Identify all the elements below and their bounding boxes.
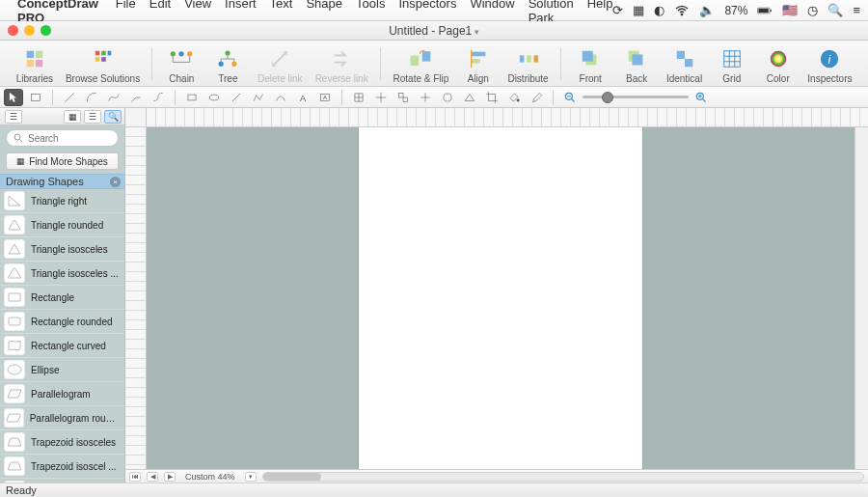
grid-button[interactable]: Grid bbox=[716, 46, 748, 84]
text-block-tool-button[interactable]: A bbox=[315, 89, 335, 106]
line-shape-button[interactable] bbox=[227, 89, 246, 106]
shape-item[interactable]: Trapezoid isosceles bbox=[0, 430, 124, 455]
svg-point-16 bbox=[226, 50, 231, 55]
prev-page-button[interactable]: ◀ bbox=[147, 472, 158, 482]
shape-item-label: Triangle isosceles bbox=[31, 244, 108, 255]
horizontal-scrollbar[interactable] bbox=[262, 472, 864, 482]
identical-button[interactable]: Identical bbox=[666, 46, 702, 84]
distribute-button[interactable]: Distribute bbox=[508, 46, 548, 84]
zoom-readout[interactable]: Custom 44% bbox=[181, 472, 239, 482]
inspectors-button[interactable]: i Inspectors bbox=[808, 46, 852, 84]
smart-connector-tool-button[interactable] bbox=[149, 89, 168, 106]
volume-icon[interactable]: 🔈 bbox=[699, 3, 715, 17]
shape-item[interactable]: Parallelogram rounded bbox=[0, 406, 124, 430]
find-more-shapes-icon: ▦ bbox=[16, 156, 25, 166]
connector-tool-button[interactable] bbox=[126, 89, 146, 106]
rect-tool-button[interactable] bbox=[26, 89, 45, 106]
tool-extra-2-button[interactable] bbox=[438, 89, 457, 106]
close-panel-icon[interactable]: × bbox=[110, 177, 121, 187]
next-page-button[interactable]: ▶ bbox=[164, 472, 176, 482]
grid-tray-icon[interactable]: ▦ bbox=[633, 3, 644, 17]
ruler-vertical[interactable] bbox=[125, 127, 147, 469]
shape-item[interactable]: Triangle rounded bbox=[0, 213, 124, 237]
snap-to-grid-button[interactable] bbox=[349, 89, 368, 106]
crop-tool-button[interactable] bbox=[482, 89, 502, 106]
shape-item[interactable]: Rectangle bbox=[0, 286, 124, 310]
spline-tool-button[interactable] bbox=[104, 89, 123, 106]
ruler-horizontal[interactable] bbox=[147, 108, 868, 127]
brush-tool-button[interactable] bbox=[527, 89, 546, 106]
search-input[interactable] bbox=[6, 129, 119, 147]
shape-item[interactable]: Triangle right bbox=[0, 189, 124, 213]
paint-bucket-button[interactable] bbox=[504, 89, 524, 106]
sidebar-list-view-button[interactable]: ☰ bbox=[84, 110, 101, 124]
sidebar-search-view-button[interactable]: 🔍 bbox=[104, 110, 122, 124]
shape-item[interactable]: Diamond bbox=[0, 479, 124, 483]
bezier-shape-button[interactable] bbox=[271, 89, 290, 106]
zoom-slider[interactable] bbox=[583, 96, 689, 98]
reverse-link-button[interactable]: Reverse link bbox=[315, 46, 367, 84]
first-page-button[interactable]: ⏮ bbox=[129, 472, 141, 482]
shape-thumb-icon bbox=[4, 336, 25, 355]
menu-extras-icon[interactable]: ≡ bbox=[853, 3, 860, 17]
front-button[interactable]: Front bbox=[574, 46, 607, 84]
shape-item-label: Trapezoid isosceles bbox=[31, 437, 116, 448]
sidebar-outline-button[interactable]: ☰ bbox=[5, 110, 22, 124]
snap-to-object-button[interactable] bbox=[393, 89, 413, 106]
color-button[interactable]: Color bbox=[762, 46, 795, 84]
tray-icon[interactable]: ◐ bbox=[654, 3, 665, 17]
sidebar-grid-view-button[interactable]: ▦ bbox=[64, 110, 81, 124]
delete-link-button[interactable]: Delete link bbox=[258, 46, 302, 84]
shapes-panel-header[interactable]: Drawing Shapes × bbox=[0, 174, 124, 189]
shape-item[interactable]: Triangle isosceles ... bbox=[0, 262, 124, 286]
line-tool-button[interactable] bbox=[60, 89, 79, 106]
polyline-shape-button[interactable] bbox=[249, 89, 268, 106]
shape-item-label: Rectangle bbox=[31, 292, 74, 303]
arc-tool-button[interactable] bbox=[82, 89, 101, 106]
flag-icon[interactable]: 🇺🇸 bbox=[782, 3, 798, 17]
main-toolbar: Libraries Browse Solutions Chain Tree De… bbox=[0, 41, 868, 87]
shape-item[interactable]: Trapezoid isoscel ... bbox=[0, 455, 124, 479]
clock-icon[interactable]: ◷ bbox=[807, 3, 818, 17]
zoom-in-button[interactable] bbox=[692, 89, 711, 106]
reverse-link-label: Reverse link bbox=[315, 73, 368, 84]
shape-item[interactable]: Rectangle rounded bbox=[0, 310, 124, 334]
shape-item[interactable]: Triangle isosceles bbox=[0, 237, 124, 262]
zoom-stepper-button[interactable]: ▾ bbox=[245, 472, 257, 482]
shape-item[interactable]: Rectangle curved bbox=[0, 334, 124, 358]
libraries-button[interactable]: Libraries bbox=[16, 46, 53, 84]
sidebar-search bbox=[0, 125, 124, 151]
battery-icon[interactable] bbox=[757, 3, 773, 18]
shape-item-label: Triangle isosceles ... bbox=[31, 268, 119, 279]
wifi-icon[interactable] bbox=[674, 3, 690, 18]
tool-extra-1-button[interactable] bbox=[416, 89, 435, 106]
text-tool-button[interactable]: A bbox=[293, 89, 312, 106]
rectangle-shape-button[interactable] bbox=[182, 89, 202, 106]
mac-menubar: ConceptDraw PRO File Edit View Insert Te… bbox=[0, 0, 868, 21]
tree-button[interactable]: Tree bbox=[211, 46, 244, 84]
pointer-tool-button[interactable] bbox=[4, 89, 23, 106]
tool-extra-3-button[interactable] bbox=[460, 89, 479, 106]
shape-thumb-icon bbox=[4, 408, 24, 428]
window-titlebar: Untitled - Page1 bbox=[0, 21, 868, 41]
tree-label: Tree bbox=[218, 73, 237, 84]
snap-to-guides-button[interactable] bbox=[371, 89, 391, 106]
spotlight-icon[interactable]: 🔍 bbox=[827, 3, 843, 17]
svg-point-15 bbox=[187, 51, 192, 56]
back-button[interactable]: Back bbox=[620, 46, 653, 84]
page[interactable] bbox=[359, 127, 642, 469]
svg-rect-21 bbox=[471, 52, 485, 57]
shape-item[interactable]: Parallelogram bbox=[0, 382, 124, 406]
ellipse-shape-button[interactable] bbox=[204, 89, 224, 106]
sync-icon[interactable]: ⟳ bbox=[612, 3, 623, 17]
vertical-scrollbar[interactable] bbox=[854, 127, 868, 469]
find-more-shapes-button[interactable]: ▦ Find More Shapes bbox=[6, 152, 119, 170]
zoom-out-button[interactable] bbox=[560, 89, 580, 106]
browse-solutions-button[interactable]: Browse Solutions bbox=[67, 46, 140, 84]
drawing-canvas[interactable] bbox=[147, 127, 854, 469]
chain-button[interactable]: Chain bbox=[165, 46, 198, 84]
align-button[interactable]: Align bbox=[462, 46, 495, 84]
rotate-flip-button[interactable]: Rotate & Flip bbox=[393, 46, 448, 84]
shape-item[interactable]: Ellipse bbox=[0, 358, 124, 382]
document-title[interactable]: Untitled - Page1 bbox=[0, 24, 868, 38]
